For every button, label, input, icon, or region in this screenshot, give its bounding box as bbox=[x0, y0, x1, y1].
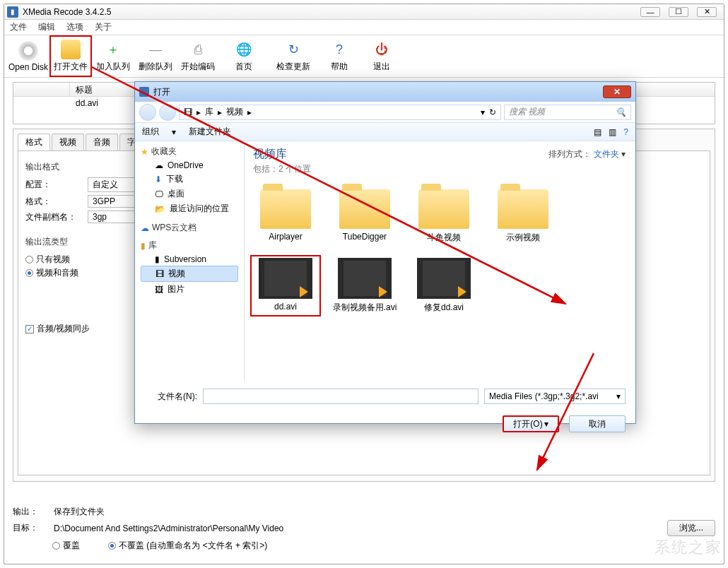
forward-button[interactable] bbox=[159, 104, 176, 121]
star-icon: ★ bbox=[141, 147, 148, 157]
label-output: 输出： bbox=[13, 506, 48, 518]
label-ext: 文件副档名： bbox=[25, 211, 82, 223]
app-icon: ▮ bbox=[7, 6, 18, 18]
dialog-sidebar: ★收藏夹 ☁OneDrive ⬇下载 🖵桌面 📂最近访问的位置 ☁WPS云文档 … bbox=[135, 141, 245, 381]
file-fix-avi[interactable]: 修复dd.avi bbox=[411, 258, 476, 314]
sidebar-desktop[interactable]: 🖵桌面 bbox=[141, 187, 238, 201]
open-file-button[interactable]: 打开文件 bbox=[49, 35, 92, 77]
folder-open-icon bbox=[61, 40, 81, 59]
file-dd-avi[interactable]: dd.avi bbox=[253, 258, 318, 314]
open-disk-button[interactable]: Open Disk bbox=[7, 38, 49, 75]
add-queue-button[interactable]: ＋ 加入队列 bbox=[92, 37, 134, 76]
sidebar-recent[interactable]: 📂最近访问的位置 bbox=[141, 201, 238, 216]
help-button[interactable]: ? 帮助 bbox=[318, 37, 360, 76]
preview-icon[interactable]: ▥ bbox=[609, 127, 616, 137]
folder-tubedigger[interactable]: TubeDigger bbox=[332, 189, 397, 244]
sidebar-subversion[interactable]: ▮Subversion bbox=[141, 253, 238, 266]
sidebar-favorites[interactable]: ★收藏夹 bbox=[141, 146, 238, 158]
titlebar: ▮ XMedia Recode 3.4.2.5 — ☐ ✕ bbox=[4, 4, 724, 20]
filename-label: 文件名(N): bbox=[145, 391, 197, 403]
exit-button[interactable]: ⏻ 退出 bbox=[360, 37, 403, 76]
dialog-nav: 🎞 ▸ 库 ▸ 视频 ▸ ▾ ↻ 搜索 视频 🔍 bbox=[135, 102, 635, 123]
sort-by[interactable]: 排列方式： 文件夹 ▾ bbox=[548, 148, 626, 160]
menu-options[interactable]: 选项 bbox=[66, 21, 83, 33]
desktop-icon: 🖵 bbox=[155, 189, 163, 199]
help-icon[interactable]: ? bbox=[623, 127, 628, 137]
watermark: 系统之家 bbox=[654, 537, 722, 558]
new-folder-button[interactable]: 新建文件夹 bbox=[189, 126, 231, 138]
label-target: 目标： bbox=[13, 522, 48, 534]
folder-airplayer[interactable]: Airplayer bbox=[253, 189, 318, 244]
video-icon: 🎞 bbox=[155, 269, 164, 279]
sidebar-pictures[interactable]: 🖼图片 bbox=[141, 282, 238, 297]
menubar: 文件 编辑 选项 关于 bbox=[4, 20, 724, 35]
breadcrumb[interactable]: 🎞 ▸ 库 ▸ 视频 ▸ ▾ ↻ bbox=[179, 105, 501, 120]
dialog-close-button[interactable]: ✕ bbox=[603, 85, 631, 98]
sidebar-onedrive[interactable]: ☁OneDrive bbox=[141, 159, 238, 172]
chevron-down-icon: ▾ bbox=[172, 127, 176, 137]
dialog-icon bbox=[139, 87, 149, 97]
disc-icon bbox=[18, 41, 38, 61]
cancel-button[interactable]: 取消 bbox=[569, 415, 626, 432]
check-update-button[interactable]: ↻ 检查更新 bbox=[269, 37, 318, 76]
radio-video-only[interactable]: 只有视频 bbox=[25, 254, 78, 266]
search-input[interactable]: 搜索 视频 🔍 bbox=[504, 105, 631, 120]
minimize-button[interactable]: — bbox=[640, 7, 660, 17]
combo-output[interactable]: 保存到文件夹 bbox=[54, 506, 153, 518]
tab-video[interactable]: 视频 bbox=[52, 134, 84, 150]
label-format: 格式： bbox=[25, 196, 82, 208]
library-subtitle: 包括：2 个位置 bbox=[253, 163, 627, 175]
sidebar-libraries[interactable]: ▮库 bbox=[141, 239, 238, 252]
menu-edit[interactable]: 编辑 bbox=[38, 21, 55, 33]
remove-queue-button[interactable]: — 删除队列 bbox=[134, 37, 177, 76]
back-button[interactable] bbox=[139, 104, 156, 121]
sidebar-downloads[interactable]: ⬇下载 bbox=[141, 172, 238, 187]
dialog-filename-row: 文件名(N): Media Files (*.3gp;*.3g2;*.avi▾ bbox=[135, 381, 635, 411]
close-button[interactable]: ✕ bbox=[697, 7, 717, 17]
sidebar-video[interactable]: 🎞视频 bbox=[141, 266, 238, 282]
folder-icon bbox=[260, 189, 311, 229]
menu-about[interactable]: 关于 bbox=[95, 21, 112, 33]
open-button[interactable]: 打开(O) ▾ bbox=[503, 415, 559, 432]
cloud-icon: ☁ bbox=[155, 160, 163, 170]
home-button[interactable]: 🌐 首页 bbox=[219, 37, 269, 76]
refresh-icon[interactable]: ↻ bbox=[489, 107, 496, 117]
sidebar-wps[interactable]: ☁WPS云文档 bbox=[141, 222, 238, 234]
filetype-dropdown[interactable]: Media Files (*.3gp;*.3g2;*.avi▾ bbox=[484, 389, 626, 404]
file-pane: 视频库 包括：2 个位置 排列方式： 文件夹 ▾ Airplayer TubeD… bbox=[245, 141, 635, 381]
cloud-icon: ☁ bbox=[141, 223, 149, 233]
filename-input[interactable] bbox=[203, 389, 479, 404]
menu-file[interactable]: 文件 bbox=[10, 21, 27, 33]
bottom-bar: 输出： 保存到文件夹 目标： D:\Document And Settings2… bbox=[13, 504, 715, 555]
target-path: D:\Document And Settings2\Administrator\… bbox=[54, 523, 662, 533]
tab-audio[interactable]: 音频 bbox=[86, 134, 118, 150]
radio-overwrite[interactable]: 覆盖 bbox=[52, 540, 80, 552]
search-icon: 🔍 bbox=[616, 107, 626, 117]
view-icon[interactable]: ▤ bbox=[594, 127, 601, 137]
video-thumb-icon bbox=[417, 258, 471, 299]
folder-sample[interactable]: 示例视频 bbox=[491, 189, 556, 244]
chevron-down-icon: ▾ bbox=[616, 391, 621, 401]
dialog-buttons: 打开(O) ▾ 取消 bbox=[135, 411, 635, 442]
radio-video-audio[interactable]: 视频和音频 bbox=[25, 267, 78, 279]
start-encode-button[interactable]: ⎙ 开始编码 bbox=[177, 37, 219, 76]
download-icon: ⬇ bbox=[155, 174, 162, 184]
folder-icon bbox=[418, 189, 469, 229]
radio-no-overwrite[interactable]: 不覆盖 (自动重命名为 <文件名 + 索引>) bbox=[108, 540, 267, 552]
label-profile: 配置： bbox=[25, 179, 82, 191]
recent-icon: 📂 bbox=[155, 204, 165, 214]
combo-format[interactable]: 3GPP bbox=[88, 195, 137, 208]
tab-format[interactable]: 格式 bbox=[18, 134, 50, 150]
window-title: XMedia Recode 3.4.2.5 bbox=[23, 7, 111, 17]
video-thumb-icon bbox=[338, 258, 392, 299]
organize-menu[interactable]: 组织 bbox=[142, 126, 159, 138]
globe-icon: 🌐 bbox=[234, 40, 254, 59]
browse-button[interactable]: 浏览... bbox=[667, 520, 715, 536]
combo-profile[interactable]: 自定义 bbox=[88, 177, 137, 192]
folder-douyu[interactable]: 斗鱼视频 bbox=[411, 189, 476, 244]
chevron-down-icon[interactable]: ▾ bbox=[481, 107, 485, 117]
file-backup-avi[interactable]: 录制视频备用.avi bbox=[332, 258, 397, 314]
maximize-button[interactable]: ☐ bbox=[669, 7, 688, 17]
combo-ext[interactable]: 3gp bbox=[88, 211, 137, 223]
library-icon: ▮ bbox=[141, 241, 146, 251]
